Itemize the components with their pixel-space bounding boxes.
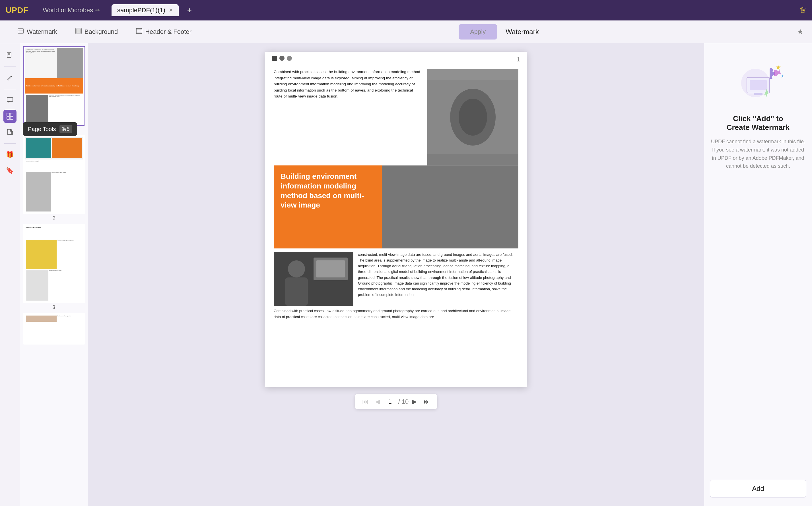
first-page-button[interactable]: ⏮: [359, 396, 372, 407]
tab-world-edit-icon[interactable]: ✏: [95, 7, 100, 14]
page-total: 10: [402, 398, 409, 405]
pdf-content-top: Combined with practical cases, the build…: [274, 69, 518, 165]
sidebar-separator-2: [4, 89, 16, 89]
svg-rect-25: [285, 277, 308, 306]
svg-rect-3: [77, 29, 80, 33]
svg-rect-9: [8, 54, 10, 55]
apply-button[interactable]: Apply: [459, 24, 497, 39]
svg-rect-4: [136, 28, 142, 33]
thumbnail-page-4[interactable]: Basic Elements of Plane Space text: [23, 313, 85, 345]
add-watermark-button[interactable]: Add: [710, 480, 806, 498]
thumb-frame-3[interactable]: Geometric Philosophy Text content for pa…: [23, 224, 85, 303]
pdf-orange-title: Building environment information modelin…: [281, 172, 375, 210]
sidebar-extract-icon[interactable]: [3, 125, 16, 139]
sidebar-bookmark-icon[interactable]: 🔖: [3, 164, 16, 177]
thumb-frame-2[interactable]: Some text content here for page 2 More t…: [23, 135, 85, 215]
pdf-text-bottom-right: constructed, multi-view image data are f…: [358, 252, 518, 306]
right-panel-description: UPDF cannot find a watermark in this fil…: [710, 138, 806, 170]
svg-rect-16: [7, 129, 11, 135]
thumb-num-2: 2: [52, 216, 55, 222]
sidebar-separator-3: [4, 143, 16, 144]
sidebar-gift-icon[interactable]: 🎁: [3, 148, 16, 161]
right-panel-title: Click "Add" to Create Watermark: [727, 114, 790, 132]
svg-rect-30: [750, 80, 767, 90]
tab-sample-pdf[interactable]: samplePDF(1)(1) ✕: [112, 4, 179, 16]
watermark-illustration: [730, 52, 787, 108]
background-icon: [75, 28, 82, 36]
page-icon-1: [272, 56, 277, 61]
favorite-star-icon[interactable]: ★: [797, 27, 804, 36]
pdf-area: 1 Combined with practical cases, the bui…: [88, 43, 704, 506]
svg-rect-20: [427, 69, 518, 80]
add-tab-button[interactable]: +: [184, 6, 195, 15]
svg-rect-27: [316, 260, 345, 277]
watermark-label: Watermark: [27, 28, 57, 35]
sidebar-pages-icon[interactable]: [3, 49, 16, 62]
svg-point-19: [459, 99, 487, 136]
header-footer-button[interactable]: Header & Footer: [127, 24, 201, 40]
tooltip-kbd: ⌘5: [60, 125, 72, 133]
right-panel: Click "Add" to Create Watermark UPDF can…: [704, 43, 812, 506]
thumbnail-panel: Page Tools ⌘5 Combined with practical ca…: [20, 43, 88, 506]
crown-icon: ♛: [799, 6, 806, 15]
svg-rect-12: [7, 113, 10, 116]
page-number: 1: [517, 56, 520, 63]
thumb-img-4: Basic Elements of Plane Space text: [25, 314, 83, 343]
thumb-frame-4[interactable]: Basic Elements of Plane Space text: [23, 313, 85, 345]
pdf-image-overlay: [382, 165, 518, 248]
next-page-button[interactable]: ▶: [409, 396, 420, 407]
updf-logo: UPDF: [6, 6, 28, 15]
pagination: ⏮ ◀ 1 / 10 ▶ ⏭: [355, 394, 438, 409]
page-sep: /: [396, 398, 402, 405]
svg-point-24: [288, 260, 305, 277]
sidebar-organize-icon[interactable]: [3, 110, 16, 123]
thumbnail-page-2[interactable]: Some text content here for page 2 More t…: [23, 135, 85, 222]
page-number-input[interactable]: 1: [383, 398, 396, 405]
page-icon-3: [287, 56, 292, 61]
svg-rect-22: [382, 166, 518, 248]
tab-sample-label: samplePDF(1)(1): [117, 7, 165, 14]
thumb-frame-1[interactable]: Combined with practical cases, the build…: [23, 46, 85, 125]
watermark-button[interactable]: Watermark: [8, 24, 66, 40]
background-label: Background: [84, 28, 118, 35]
sidebar: 🎁 🔖: [0, 43, 20, 506]
pdf-page: 1 Combined with practical cases, the bui…: [265, 52, 527, 387]
right-section-title: Watermark: [506, 28, 538, 36]
thumb-img-3: Geometric Philosophy Text content for pa…: [25, 226, 83, 302]
thumb-img-2: Some text content here for page 2 More t…: [25, 137, 83, 213]
pdf-image-building: [427, 69, 518, 165]
background-button[interactable]: Background: [66, 24, 127, 40]
tooltip-label: Page Tools: [28, 126, 56, 133]
thumb-num-3: 3: [52, 305, 55, 311]
sidebar-annotate-icon[interactable]: [3, 71, 16, 84]
pdf-image-person: [274, 252, 353, 306]
prev-page-button[interactable]: ◀: [372, 396, 383, 407]
svg-rect-15: [10, 116, 13, 119]
last-page-button[interactable]: ⏭: [420, 396, 433, 407]
pdf-orange-section: Building environment information modelin…: [274, 165, 518, 248]
sidebar-separator-1: [4, 67, 16, 67]
pdf-orange-box: Building environment information modelin…: [274, 165, 382, 248]
tab-world-of-microbes[interactable]: World of Microbes ✏: [37, 4, 106, 16]
page-tools-tooltip: Page Tools ⌘5: [23, 122, 77, 136]
svg-rect-31: [754, 93, 762, 95]
header-footer-icon: [136, 28, 142, 36]
pdf-text-top-left: Combined with practical cases, the build…: [274, 69, 423, 165]
svg-rect-10: [7, 97, 13, 101]
watermark-icon: [18, 28, 24, 36]
thumbnail-page-3[interactable]: Geometric Philosophy Text content for pa…: [23, 224, 85, 311]
tab-sample-close-icon[interactable]: ✕: [169, 7, 173, 13]
pdf-content-bottom: constructed, multi-view image data are f…: [274, 252, 518, 306]
topbar: UPDF World of Microbes ✏ samplePDF(1)(1)…: [0, 0, 812, 20]
thumb-img-1: Combined with practical cases, the build…: [25, 48, 83, 124]
svg-marker-11: [8, 101, 10, 103]
tab-world-label: World of Microbes: [43, 7, 93, 14]
main-area: 🎁 🔖 Page Tools ⌘5 Combined with practica…: [0, 43, 812, 506]
svg-rect-13: [10, 113, 13, 116]
svg-marker-32: [776, 65, 781, 70]
sidebar-comment-icon[interactable]: [3, 94, 16, 107]
svg-rect-0: [18, 29, 24, 33]
thumbnail-page-1[interactable]: Combined with practical cases, the build…: [23, 46, 85, 133]
svg-rect-21: [427, 154, 518, 165]
toolbar: Watermark Background Header & Footer App…: [0, 20, 812, 43]
